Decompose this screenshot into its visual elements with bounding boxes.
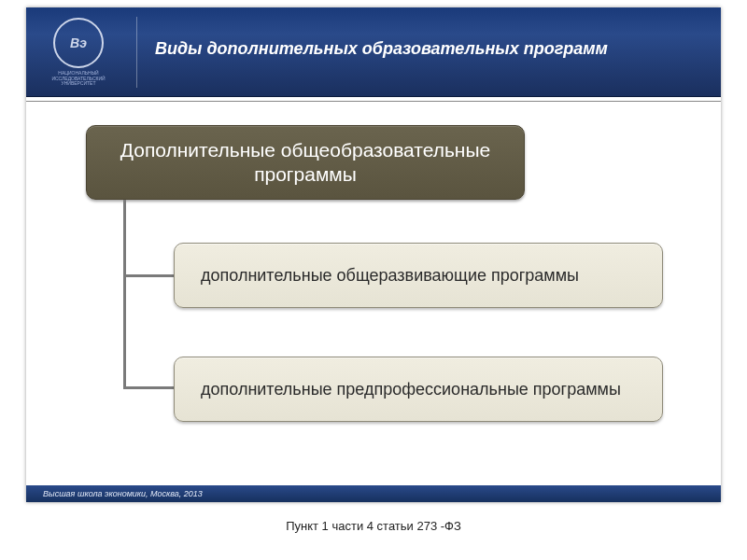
diagram-child-text-2: дополнительные предпрофессиональные прог… <box>201 380 621 399</box>
footer-bar: Высшая школа экономики, Москва, 2013 <box>26 485 721 502</box>
connector-horizontal-1 <box>123 274 174 277</box>
connector-vertical <box>123 200 126 388</box>
slide-title: Виды дополнительных образовательных прог… <box>155 39 608 59</box>
header-bar: Вэ НАЦИОНАЛЬНЫЙ ИССЛЕДОВАТЕЛЬСКИЙ УНИВЕР… <box>26 7 721 97</box>
caption: Пункт 1 части 4 статьи 273 -ФЗ <box>0 519 747 533</box>
slide: Вэ НАЦИОНАЛЬНЫЙ ИССЛЕДОВАТЕЛЬСКИЙ УНИВЕР… <box>26 7 721 502</box>
footer-text: Высшая школа экономики, Москва, 2013 <box>43 489 203 498</box>
diagram-parent-text: Дополнительные общеобразовательные прогр… <box>106 138 505 188</box>
diagram-parent-box: Дополнительные общеобразовательные прогр… <box>86 125 525 200</box>
connector-horizontal-2 <box>123 386 174 389</box>
logo-text: Вэ <box>70 36 87 49</box>
logo-subtitle: НАЦИОНАЛЬНЫЙ ИССЛЕДОВАТЕЛЬСКИЙ УНИВЕРСИТ… <box>36 71 120 87</box>
header-divider <box>136 17 137 88</box>
horizontal-rule <box>26 101 721 102</box>
logo-emblem: Вэ <box>53 18 104 68</box>
diagram-child-text-1: дополнительные общеразвивающие программы <box>201 266 579 286</box>
logo: Вэ НАЦИОНАЛЬНЫЙ ИССЛЕДОВАТЕЛЬСКИЙ УНИВЕР… <box>26 7 131 97</box>
diagram-child-box-1: дополнительные общеразвивающие программы <box>174 243 663 308</box>
content-area: Дополнительные общеобразовательные прогр… <box>26 105 721 474</box>
diagram-child-box-2: дополнительные предпрофессиональные прог… <box>174 357 663 422</box>
